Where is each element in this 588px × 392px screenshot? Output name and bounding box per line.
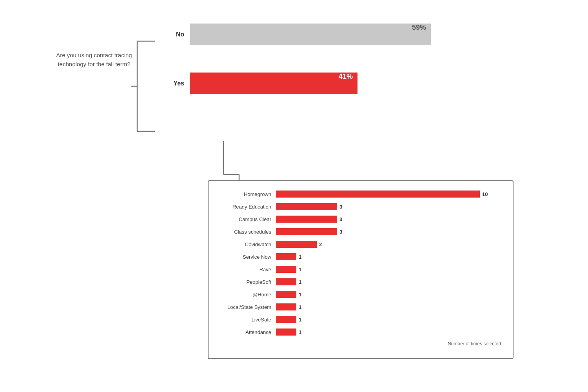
sub-bar-track: 3 <box>276 216 342 223</box>
yes-bar-fill: 41% <box>190 73 358 94</box>
sub-bar-row: Rave1 <box>216 264 501 274</box>
sub-bar-fill <box>276 328 296 336</box>
sub-bar-value: 1 <box>299 292 301 298</box>
sub-bar-track: 1 <box>276 291 301 298</box>
sub-bar-label: @Home <box>216 292 271 298</box>
sub-bar-value: 1 <box>299 254 301 260</box>
top-bars: No 59% Yes 41% <box>165 24 459 98</box>
sub-bar-value: 1 <box>299 317 301 323</box>
no-bar-row: No 59% <box>165 24 459 45</box>
sub-bar-track: 3 <box>276 203 342 210</box>
sub-bar-value: 1 <box>299 329 301 335</box>
sub-bar-row: LiveSafe1 <box>216 314 501 325</box>
sub-bar-label: Covidwatch <box>216 241 271 247</box>
sub-bar-row: Campus Clear3 <box>216 214 501 224</box>
sub-bar-label: Homegrown <box>216 191 271 197</box>
sub-bar-value: 3 <box>339 229 342 235</box>
sub-bar-value: 3 <box>339 204 342 210</box>
sub-bar-track: 1 <box>276 303 301 310</box>
sub-bar-label: Class schedules <box>216 229 271 235</box>
sub-bar-row: Covidwatch2 <box>216 239 501 249</box>
axis-label: Number of times selected <box>216 341 501 347</box>
sub-bar-track: 2 <box>276 241 322 248</box>
sub-bar-label: PeopleSoft <box>216 279 271 285</box>
sub-bar-track: 10 <box>276 191 488 198</box>
sub-bar-fill <box>276 303 296 310</box>
yes-pct: 41% <box>339 73 353 81</box>
sub-bar-value: 1 <box>299 304 301 310</box>
sub-bar-row: Local/State System1 <box>216 302 501 312</box>
sub-bar-track: 1 <box>276 253 301 260</box>
sub-bar-row: PeopleSoft1 <box>216 277 501 287</box>
sub-bar-label: Local/State System <box>216 304 271 310</box>
sub-bar-value: 2 <box>319 241 322 247</box>
no-bar-fill: 59% <box>190 24 431 45</box>
sub-bar-value: 3 <box>339 216 342 222</box>
no-pct: 59% <box>412 24 426 32</box>
no-label: No <box>165 31 184 38</box>
sub-bar-fill <box>276 191 480 198</box>
yes-label: Yes <box>165 80 184 87</box>
sub-bar-label: Attendance <box>216 329 271 335</box>
sub-bar-fill <box>276 253 296 260</box>
sub-bar-fill <box>276 216 337 223</box>
sub-bar-track: 3 <box>276 228 342 235</box>
sub-bar-row: Ready Education3 <box>216 201 501 212</box>
sub-bar-track: 1 <box>276 328 301 336</box>
sub-bar-label: Campus Clear <box>216 216 271 222</box>
yes-bar-row: Yes 41% <box>165 73 459 94</box>
yes-bar-outer: 41% <box>190 73 358 94</box>
sub-bar-row: Homegrown10 <box>216 189 501 199</box>
sub-bar-fill <box>276 278 296 285</box>
sub-chart: Homegrown10Ready Education3Campus Clear3… <box>208 180 514 359</box>
sub-bar-value: 1 <box>299 267 301 272</box>
sub-bar-row: Class schedules3 <box>216 227 501 237</box>
sub-bar-track: 1 <box>276 316 301 323</box>
sub-bar-track: 1 <box>276 278 301 285</box>
sub-bar-fill <box>276 266 296 273</box>
sub-bar-fill <box>276 241 317 248</box>
sub-bar-label: Ready Education <box>216 204 271 210</box>
sub-bar-label: Rave <box>216 267 271 272</box>
sub-bar-fill <box>276 316 296 323</box>
sub-bar-value: 1 <box>299 279 301 285</box>
sub-bars-container: Homegrown10Ready Education3Campus Clear3… <box>216 189 501 337</box>
question-text: Are you using contact tracing technology… <box>55 51 133 69</box>
sub-bar-label: Service Now <box>216 254 271 260</box>
sub-bar-fill <box>276 203 337 210</box>
chart-container: Are you using contact tracing technology… <box>31 12 557 380</box>
sub-bar-value: 10 <box>482 191 488 197</box>
no-bar-outer: 59% <box>190 24 431 45</box>
sub-bar-fill <box>276 291 296 298</box>
sub-bar-row: Service Now1 <box>216 252 501 262</box>
sub-bar-row: @Home1 <box>216 289 501 299</box>
sub-bar-label: LiveSafe <box>216 317 271 323</box>
sub-bar-fill <box>276 228 337 235</box>
sub-bar-track: 1 <box>276 266 301 273</box>
sub-bar-row: Attendance1 <box>216 327 501 337</box>
